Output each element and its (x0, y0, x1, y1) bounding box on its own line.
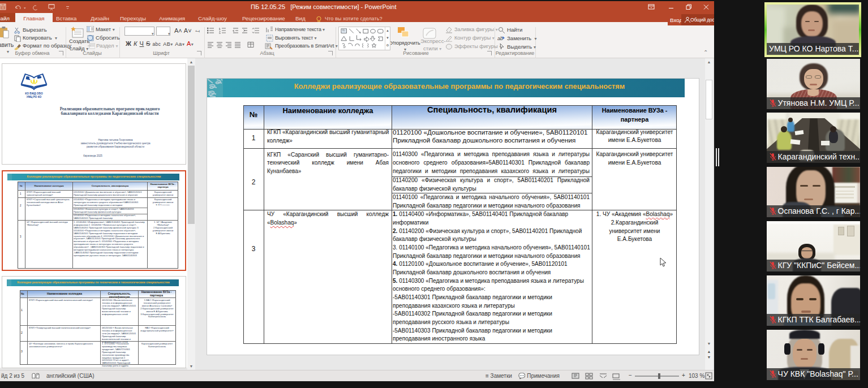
svg-text:ab: ab (497, 36, 503, 41)
